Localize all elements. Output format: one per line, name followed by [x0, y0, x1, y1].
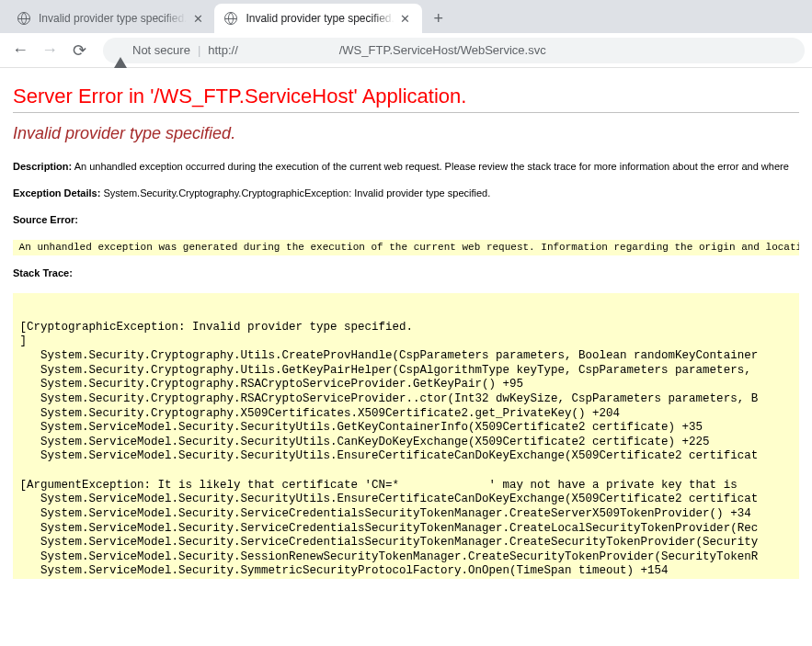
warning-icon [114, 43, 127, 57]
browser-tab[interactable]: Invalid provider type specified. ✕ [7, 4, 214, 33]
exception-label: Exception Details: [13, 187, 100, 198]
close-icon[interactable]: ✕ [190, 11, 205, 26]
divider [13, 112, 799, 113]
tab-title: Invalid provider type specified. [39, 12, 187, 25]
reload-button[interactable]: ⟳ [66, 38, 92, 63]
new-tab-button[interactable]: + [426, 6, 452, 31]
source-error-block: An unhandled exception was generated dur… [13, 240, 799, 256]
close-icon[interactable]: ✕ [398, 11, 413, 26]
tab-title: Invalid provider type specified. [246, 12, 394, 25]
error-title: Server Error in '/WS_FTP.ServiceHost' Ap… [13, 85, 799, 108]
exception-section: Exception Details: System.Security.Crypt… [13, 187, 799, 200]
globe-icon [223, 11, 238, 26]
url-path: /WS_FTP.ServiceHost/WebService.svc [339, 43, 546, 57]
back-button[interactable]: ← [7, 38, 33, 63]
forward-button[interactable]: → [37, 38, 63, 63]
description-section: Description: An unhandled exception occu… [13, 160, 799, 174]
exception-text: System.Security.Cryptography.Cryptograph… [103, 187, 490, 198]
stack-trace-block: [CryptographicException: Invalid provide… [13, 293, 799, 579]
url-scheme: http:// [208, 43, 238, 57]
source-error-label: Source Error: [13, 213, 799, 227]
stack-trace-label: Stack Trace: [13, 266, 799, 280]
url-host [246, 43, 332, 57]
not-secure-label: Not secure [132, 43, 190, 57]
globe-icon [17, 11, 31, 26]
security-indicator[interactable]: Not secure [114, 43, 190, 57]
page-content: Server Error in '/WS_FTP.ServiceHost' Ap… [0, 68, 812, 599]
address-bar[interactable]: Not secure | http:// /WS_FTP.ServiceHost… [103, 38, 805, 63]
browser-toolbar: ← → ⟳ Not secure | http:// /WS_FTP.Servi… [0, 33, 812, 68]
error-subtitle: Invalid provider type specified. [13, 124, 799, 143]
browser-tab-active[interactable]: Invalid provider type specified. ✕ [214, 4, 421, 33]
separator: | [198, 43, 200, 57]
description-label: Description: [13, 161, 72, 172]
description-text: An unhandled exception occurred during t… [74, 161, 789, 172]
tab-bar: Invalid provider type specified. ✕ Inval… [0, 0, 812, 33]
